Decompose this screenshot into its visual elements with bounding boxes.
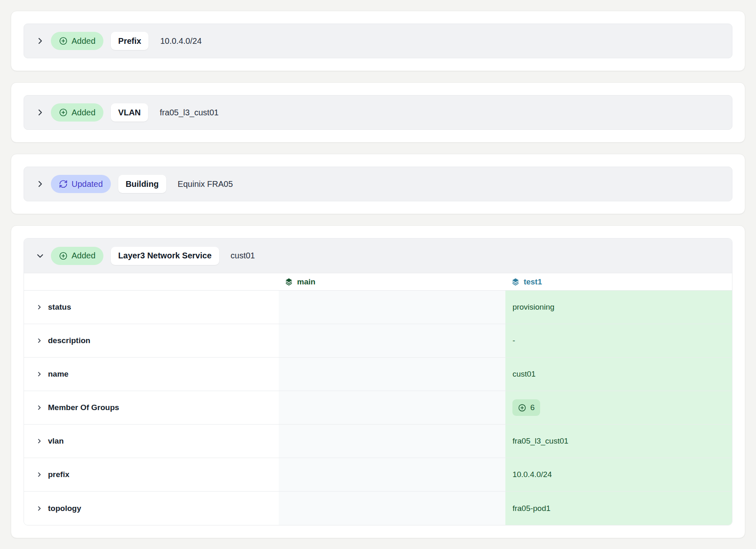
branch-header-test1: test1: [505, 277, 732, 286]
status-badge-label: Added: [72, 108, 96, 117]
chevron-right-icon: [36, 505, 43, 512]
object-type-badge: Layer3 Network Service: [111, 247, 219, 265]
object-name: 10.0.4.0/24: [160, 36, 201, 46]
table-row-status: status provisioning: [24, 291, 732, 324]
table-row-description: description -: [24, 324, 732, 358]
attribute-expander[interactable]: vlan: [24, 425, 279, 458]
branch-header-main: main: [279, 277, 505, 286]
object-name: cust01: [231, 251, 255, 260]
branch-name: main: [297, 277, 315, 286]
test1-branch-cell: 6: [505, 391, 732, 424]
table-row-name: name cust01: [24, 358, 732, 391]
chevron-right-icon: [36, 337, 43, 344]
sync-icon: [59, 179, 68, 189]
cell-value: 10.0.4.0/24: [512, 470, 552, 479]
diff-panel: Added Layer3 Network Service cust01 main…: [24, 238, 732, 525]
attribute-label: topology: [48, 504, 81, 513]
table-row-member-of-groups: Member Of Groups 6: [24, 391, 732, 425]
attribute-expander[interactable]: prefix: [24, 458, 279, 491]
status-badge-updated: Updated: [51, 175, 111, 193]
chevron-right-icon: [36, 438, 43, 444]
diff-card-layer3-network-service: Added Layer3 Network Service cust01 main…: [11, 225, 745, 538]
status-badge-label: Added: [72, 36, 96, 46]
chevron-right-icon: [36, 304, 43, 310]
circle-plus-icon: [518, 403, 526, 412]
main-branch-cell: [279, 324, 505, 357]
test1-branch-cell: fra05-pod1: [505, 492, 732, 525]
diff-card-header-prefix[interactable]: Added Prefix 10.0.4.0/24: [24, 24, 732, 58]
test1-branch-cell: 10.0.4.0/24: [505, 458, 732, 491]
attribute-expander[interactable]: status: [24, 291, 279, 324]
main-branch-cell: [279, 492, 505, 525]
main-branch-cell: [279, 358, 505, 391]
cell-value: cust01: [512, 370, 536, 379]
attribute-label: prefix: [48, 470, 69, 479]
chevron-right-icon: [36, 371, 43, 377]
branch-header-row: main test1: [24, 273, 732, 291]
chevron-right-icon[interactable]: [36, 108, 45, 117]
attribute-label: name: [48, 370, 69, 379]
diff-card-header-layer3[interactable]: Added Layer3 Network Service cust01: [24, 239, 732, 273]
diff-card-building: Updated Building Equinix FRA05: [11, 154, 745, 214]
table-row-topology: topology fra05-pod1: [24, 492, 732, 525]
chevron-down-icon[interactable]: [36, 251, 45, 260]
status-badge-added: Added: [51, 247, 103, 265]
status-badge-added: Added: [51, 32, 103, 50]
cell-value: fra05_l3_cust01: [512, 437, 568, 446]
diff-card-header-building[interactable]: Updated Building Equinix FRA05: [24, 167, 732, 201]
branch-layers-icon: [511, 277, 520, 286]
diff-card-header-vlan[interactable]: Added VLAN fra05_l3_cust01: [24, 95, 732, 130]
main-branch-cell: [279, 458, 505, 491]
chevron-right-icon: [36, 404, 43, 411]
status-badge-added: Added: [51, 103, 103, 122]
object-type-badge: Building: [118, 175, 166, 193]
attribute-expander[interactable]: description: [24, 324, 279, 357]
table-row-prefix: prefix 10.0.4.0/24: [24, 458, 732, 492]
attribute-expander[interactable]: Member Of Groups: [24, 391, 279, 424]
test1-branch-cell: provisioning: [505, 291, 732, 324]
cell-value: provisioning: [512, 303, 554, 312]
status-badge-label: Updated: [72, 179, 103, 189]
attribute-label: description: [48, 336, 90, 345]
table-row-vlan: vlan fra05_l3_cust01: [24, 425, 732, 458]
object-type-badge: Prefix: [111, 32, 149, 50]
branch-layers-icon: [285, 277, 293, 286]
chevron-right-icon[interactable]: [36, 36, 45, 45]
attribute-label: Member Of Groups: [48, 403, 119, 412]
attribute-label: status: [48, 303, 71, 312]
cell-value: -: [512, 336, 515, 345]
cell-value: fra05-pod1: [512, 504, 550, 513]
main-branch-cell: [279, 291, 505, 324]
test1-branch-cell: -: [505, 324, 732, 357]
test1-branch-cell: cust01: [505, 358, 732, 391]
main-branch-cell: [279, 425, 505, 458]
chevron-right-icon[interactable]: [36, 179, 45, 189]
object-name: Equinix FRA05: [178, 179, 233, 189]
attribute-expander[interactable]: name: [24, 358, 279, 391]
main-branch-cell: [279, 391, 505, 424]
added-count-badge: 6: [512, 399, 540, 416]
attribute-label: vlan: [48, 437, 64, 446]
diff-card-vlan: Added VLAN fra05_l3_cust01: [11, 82, 745, 143]
circle-plus-icon: [59, 36, 68, 45]
chevron-right-icon: [36, 471, 43, 478]
object-type-badge: VLAN: [111, 103, 148, 122]
diff-card-prefix: Added Prefix 10.0.4.0/24: [11, 11, 745, 71]
attribute-expander[interactable]: topology: [24, 492, 279, 525]
circle-plus-icon: [59, 251, 68, 260]
circle-plus-icon: [59, 108, 68, 117]
branch-name: test1: [524, 277, 542, 286]
test1-branch-cell: fra05_l3_cust01: [505, 425, 732, 458]
status-badge-label: Added: [72, 251, 96, 260]
added-count: 6: [530, 403, 535, 412]
object-name: fra05_l3_cust01: [160, 108, 218, 117]
